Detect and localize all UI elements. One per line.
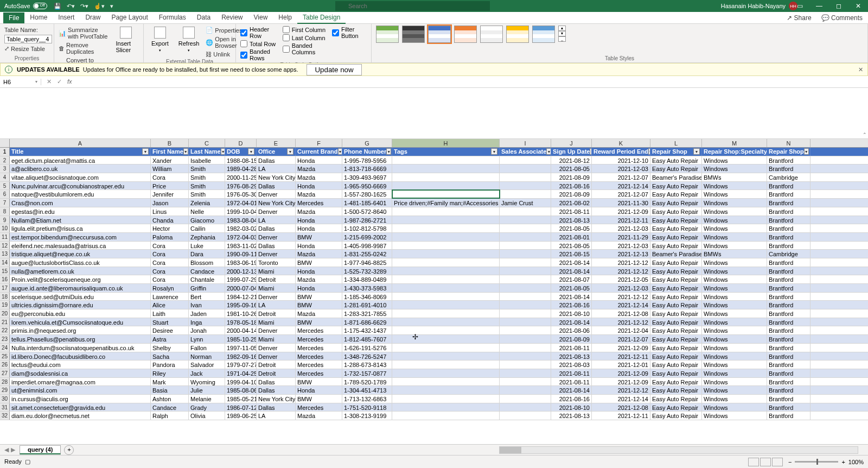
cell[interactable]: 1983-11-02 (225, 242, 257, 250)
cell[interactable]: sit.amet.consectetuer@gravida.edu (10, 403, 151, 412)
cell[interactable]: 2021-12-08 (592, 309, 650, 318)
cell[interactable]: imperdiet.ornare@magnaa.com (10, 378, 151, 386)
cell[interactable] (392, 250, 500, 258)
cell[interactable]: Zelenia (189, 199, 225, 207)
cell[interactable]: nulla@ametlorem.co.uk (10, 267, 151, 275)
cell[interactable]: Windows (702, 293, 767, 301)
cell[interactable]: Brantford (767, 395, 810, 403)
cell[interactable]: Cailin (189, 224, 225, 232)
cell[interactable]: Dallas (257, 242, 296, 250)
cell[interactable]: Brantford (767, 165, 810, 173)
cell[interactable]: Detroit (257, 309, 296, 318)
cell[interactable]: Jaden (189, 309, 225, 318)
cell[interactable]: Windows (702, 335, 767, 343)
share-button[interactable]: ↗ Share (787, 14, 811, 22)
comments-button[interactable]: 💬 Comments (821, 14, 863, 22)
cell[interactable] (392, 224, 500, 232)
cell[interactable]: Easy Auto Repair (650, 344, 702, 352)
cell[interactable] (392, 301, 500, 309)
cell[interactable]: 1-995-789-5956 (342, 156, 392, 165)
cell[interactable] (392, 326, 500, 334)
cell[interactable]: Smith (189, 190, 225, 198)
cell[interactable]: Cora (151, 242, 189, 250)
minimize-icon[interactable]: — (809, 0, 829, 12)
cell[interactable] (392, 293, 500, 301)
cell[interactable]: Easy Auto Repair (650, 224, 702, 232)
cell[interactable]: 2021-08-16 (551, 395, 592, 403)
cell[interactable]: Windows (702, 412, 767, 420)
cell[interactable]: 2021-08-11 (551, 344, 592, 352)
cell[interactable]: ut@enimnisl.com (10, 386, 151, 394)
cell[interactable]: BMWs (702, 250, 767, 258)
cell[interactable] (500, 173, 551, 181)
cell[interactable]: Windows (702, 301, 767, 309)
cell[interactable]: in.cursus@iaculis.org (10, 395, 151, 403)
cell[interactable]: 1-525-732-3289 (342, 267, 392, 275)
cell[interactable]: 1983-06-19 (225, 258, 257, 267)
filter-dropdown-icon[interactable]: ▼ (221, 148, 225, 155)
cell[interactable]: 1999-10-04 (225, 207, 257, 216)
row-header[interactable]: 14 (0, 258, 10, 267)
cell[interactable]: Beamer's Paradise (650, 173, 702, 181)
cell[interactable]: Windows (702, 378, 767, 386)
cell[interactable]: 2000-11-25 (225, 173, 257, 181)
cell[interactable]: 1979-07-27 (225, 361, 257, 369)
cell[interactable]: 2021-12-14 (592, 301, 650, 309)
cell[interactable]: Brantford (767, 242, 810, 250)
cell[interactable]: Easy Auto Repair (650, 156, 702, 165)
table-header[interactable]: Sales Associate▼ (500, 148, 551, 156)
cell[interactable]: LA (257, 165, 296, 173)
cell[interactable]: Brantford (767, 403, 810, 412)
cell[interactable]: est.tempor.bibendum@neccursusa.com (10, 233, 151, 241)
cell[interactable]: Nelle (189, 207, 225, 216)
row-header[interactable]: 9 (0, 216, 10, 224)
cell[interactable]: Windows (702, 275, 767, 283)
cell[interactable]: 1-334-889-0489 (342, 275, 392, 283)
cell[interactable]: ultricies.dignissim@ornare.edu (10, 301, 151, 309)
cell[interactable]: Nulla.interdum@sociisnatoquepenatibus.co… (10, 344, 151, 352)
cell[interactable]: Honda (296, 182, 342, 190)
cell[interactable]: Easy Auto Repair (650, 369, 702, 377)
cell[interactable]: Dallas (257, 224, 296, 232)
filter-dropdown-icon[interactable]: ▼ (248, 148, 254, 155)
cell[interactable]: Chantale (189, 275, 225, 283)
cell[interactable]: 2021-12-11 (592, 412, 650, 420)
cell[interactable]: Windows (702, 233, 767, 241)
cell[interactable]: Brantford (767, 293, 810, 301)
cell[interactable]: Windows (702, 284, 767, 292)
cell[interactable]: Windows (702, 326, 767, 334)
cell[interactable]: Grady (189, 403, 225, 412)
cell[interactable]: Brantford (767, 190, 810, 198)
cell[interactable]: Easy Auto Repair (650, 182, 702, 190)
cell[interactable]: tellus.Phasellus@penatibus.org (10, 335, 151, 343)
cell[interactable]: 1978-05-18 (225, 318, 257, 326)
cell[interactable]: 2021-08-06 (551, 326, 592, 334)
collapse-icon[interactable]: ⌃ (863, 132, 867, 137)
row-header[interactable]: 8 (0, 207, 10, 216)
cell[interactable]: Easy Auto Repair (650, 216, 702, 224)
cell[interactable]: Norman (189, 352, 225, 361)
save-icon[interactable]: 💾 (54, 3, 61, 10)
cell[interactable]: Easy Auto Repair (650, 165, 702, 173)
cell[interactable]: Jonah (189, 326, 225, 334)
cell[interactable]: 2021-08-14 (551, 386, 592, 394)
cell[interactable] (500, 301, 551, 309)
cell[interactable]: 1-987-286-2721 (342, 216, 392, 224)
cell[interactable]: LA (257, 412, 296, 420)
cell[interactable]: Mazda (296, 165, 342, 173)
cell[interactable]: 2021-11-30 (592, 199, 650, 207)
close-icon[interactable]: ✕ (848, 0, 868, 12)
cell[interactable]: Windows (702, 242, 767, 250)
cell[interactable] (392, 207, 500, 216)
cell[interactable]: Windows (702, 224, 767, 232)
cell[interactable]: Griffin (189, 284, 225, 292)
cell[interactable]: Xander (151, 156, 189, 165)
chk-total-row[interactable]: Total Row (240, 40, 279, 47)
cell[interactable]: Mercedes (296, 199, 342, 207)
cell[interactable]: 1971-04-25 (225, 369, 257, 377)
filter-dropdown-icon[interactable]: ▼ (491, 148, 497, 155)
cell[interactable]: 1989-06-25 (225, 412, 257, 420)
chk-header-row[interactable]: Header Row (240, 26, 279, 39)
cell[interactable]: Cambridge (767, 250, 810, 258)
cell[interactable]: 2021-12-13 (592, 250, 650, 258)
